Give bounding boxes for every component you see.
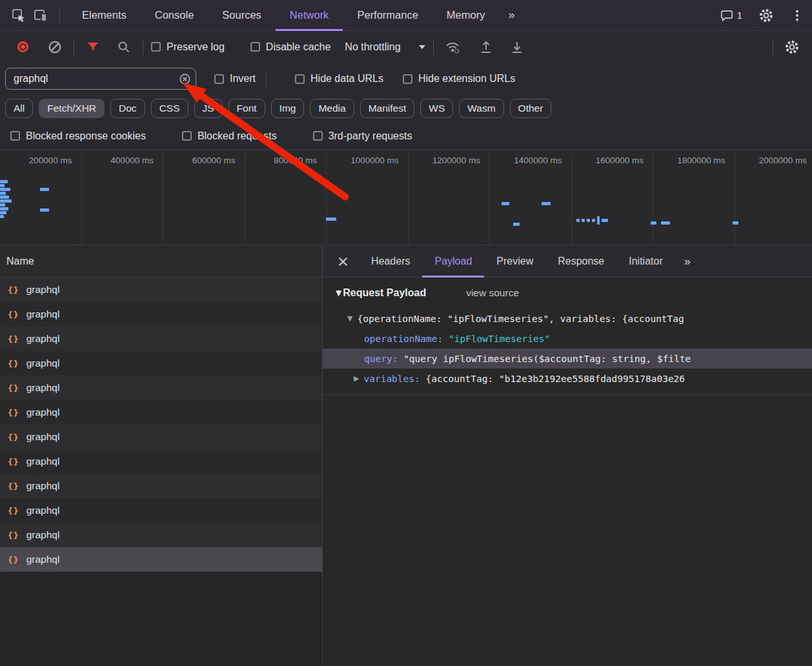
tab-label: Payload <box>434 256 472 267</box>
request-row[interactable]: {}graphql <box>0 498 322 523</box>
import-har-icon[interactable] <box>475 37 497 57</box>
tab-network[interactable]: Network <box>276 0 343 31</box>
request-name: graphql <box>26 480 60 492</box>
request-name: graphql <box>26 529 60 541</box>
request-row[interactable]: {}graphql <box>0 302 322 327</box>
separator <box>74 39 74 56</box>
type-filter-js[interactable]: JS <box>194 99 223 118</box>
type-filter-ws[interactable]: WS <box>420 99 453 118</box>
tab-sources[interactable]: Sources <box>208 0 276 31</box>
payload-entry-query[interactable]: query "query ipFlowTimeseries($accountTa… <box>323 348 812 368</box>
request-row-selected[interactable]: {}graphql <box>0 547 322 572</box>
inspect-icon[interactable] <box>8 6 30 25</box>
throttling-value: No throttling <box>345 41 400 53</box>
payload-root-row[interactable]: ▼ {operationName: "ipFlowTimeseries", va… <box>323 308 812 328</box>
third-party-requests-label[interactable]: 3rd-party requests <box>329 130 412 142</box>
payload-entry-variables[interactable]: ▶ variables {accountTag: "b12e3b2192ee55… <box>323 368 812 388</box>
blocked-requests-checkbox[interactable] <box>182 131 192 141</box>
throttling-select[interactable]: No throttling <box>345 41 425 53</box>
more-tabs-button[interactable]: » <box>499 8 523 22</box>
view-source-link[interactable]: view source <box>466 287 519 299</box>
export-har-icon[interactable] <box>506 37 528 57</box>
console-messages-badge[interactable]: 1 <box>720 9 742 22</box>
invert-checkbox[interactable] <box>214 74 224 84</box>
name-column-header[interactable]: Name <box>0 246 322 278</box>
tab-label: Network <box>290 9 329 21</box>
request-row[interactable]: {}graphql <box>0 278 322 302</box>
record-network-log-button[interactable] <box>12 37 34 57</box>
network-settings-gear-icon[interactable] <box>781 37 803 57</box>
type-filter-doc[interactable]: Doc <box>110 99 145 118</box>
tab-performance[interactable]: Performance <box>343 0 432 31</box>
preserve-log-label[interactable]: Preserve log <box>167 41 225 53</box>
clear-filter-icon[interactable] <box>179 74 190 85</box>
blocked-requests-label[interactable]: Blocked requests <box>198 130 277 142</box>
tab-label: Console <box>155 9 194 21</box>
blocked-response-cookies-checkbox[interactable] <box>10 131 20 141</box>
type-filter-font[interactable]: Font <box>228 99 265 118</box>
hide-data-urls-label[interactable]: Hide data URLs <box>310 73 383 85</box>
settings-gear-icon[interactable] <box>755 6 777 25</box>
hide-extension-urls-checkbox[interactable] <box>403 74 412 84</box>
json-braces-icon: {} <box>8 506 19 516</box>
collapse-icon[interactable]: ▼ <box>347 314 352 323</box>
type-filter-wasm[interactable]: Wasm <box>459 99 503 118</box>
hide-data-urls-checkbox[interactable] <box>295 74 305 84</box>
payload-panel: ▼ Request Payload view source ▼ {operati… <box>323 278 812 395</box>
json-braces-icon: {} <box>8 285 19 295</box>
request-row[interactable]: {}graphql <box>0 425 322 449</box>
detail-tab-response[interactable]: Response <box>545 246 616 278</box>
json-braces-icon: {} <box>8 555 19 565</box>
device-toolbar-icon[interactable] <box>30 6 52 25</box>
preserve-log-checkbox[interactable] <box>151 42 161 52</box>
hide-extension-urls-label[interactable]: Hide extension URLs <box>418 73 515 85</box>
filter-toggle-icon[interactable] <box>82 37 104 57</box>
search-icon[interactable] <box>113 37 135 57</box>
clear-network-log-button[interactable] <box>44 37 66 57</box>
disable-cache-checkbox[interactable] <box>250 42 260 52</box>
close-detail-icon[interactable] <box>332 250 354 272</box>
network-overview-timeline[interactable]: 200000 ms 400000 ms 600000 ms 800000 ms … <box>0 150 812 245</box>
request-row[interactable]: {}graphql <box>0 376 322 400</box>
type-filter-manifest[interactable]: Manifest <box>360 99 415 118</box>
separator <box>773 39 773 56</box>
type-filter-other[interactable]: Other <box>510 99 552 118</box>
type-filter-media[interactable]: Media <box>310 99 354 118</box>
disable-cache-label[interactable]: Disable cache <box>266 41 331 53</box>
json-braces-icon: {} <box>8 457 19 467</box>
type-filter-img[interactable]: Img <box>271 99 305 118</box>
request-row[interactable]: {}graphql <box>0 327 322 351</box>
type-filter-fetch-xhr[interactable]: Fetch/XHR <box>39 99 105 118</box>
blocked-response-cookies-label[interactable]: Blocked response cookies <box>26 130 146 142</box>
json-braces-icon: {} <box>8 408 19 418</box>
request-name: graphql <box>26 382 60 394</box>
invert-label[interactable]: Invert <box>230 73 256 85</box>
kebab-menu-icon[interactable] <box>786 6 808 25</box>
expand-icon[interactable]: ▶ <box>354 374 359 383</box>
tab-console[interactable]: Console <box>141 0 208 31</box>
network-conditions-icon[interactable] <box>442 37 463 57</box>
more-detail-tabs-button[interactable]: » <box>675 255 700 268</box>
tab-label: Memory <box>447 9 485 21</box>
request-row[interactable]: {}graphql <box>0 474 322 498</box>
detail-tab-initiator[interactable]: Initiator <box>616 246 675 278</box>
network-main-split: Name {}graphql {}graphql {}graphql {}gra… <box>0 246 812 666</box>
filter-input[interactable] <box>5 68 196 90</box>
tab-elements[interactable]: Elements <box>68 0 141 31</box>
request-row[interactable]: {}graphql <box>0 449 322 474</box>
detail-tab-preview[interactable]: Preview <box>484 246 545 278</box>
payload-entry-operationname[interactable]: operationName "ipFlowTimeseries" <box>323 328 812 348</box>
detail-tab-payload[interactable]: Payload <box>422 246 484 278</box>
type-filter-css[interactable]: CSS <box>151 99 188 118</box>
tab-memory[interactable]: Memory <box>432 0 500 31</box>
hide-extension-urls-group: Hide extension URLs <box>403 73 515 85</box>
third-party-requests-checkbox[interactable] <box>313 131 323 141</box>
devtools-tab-bar: Elements Console Sources Network Perform… <box>0 0 812 31</box>
type-filter-all[interactable]: All <box>5 99 33 118</box>
detail-tab-headers[interactable]: Headers <box>359 246 422 278</box>
request-row[interactable]: {}graphql <box>0 523 322 547</box>
request-row[interactable]: {}graphql <box>0 400 322 425</box>
request-row[interactable]: {}graphql <box>0 351 322 376</box>
collapse-icon[interactable]: ▼ <box>336 288 341 298</box>
json-braces-icon: {} <box>8 383 19 393</box>
